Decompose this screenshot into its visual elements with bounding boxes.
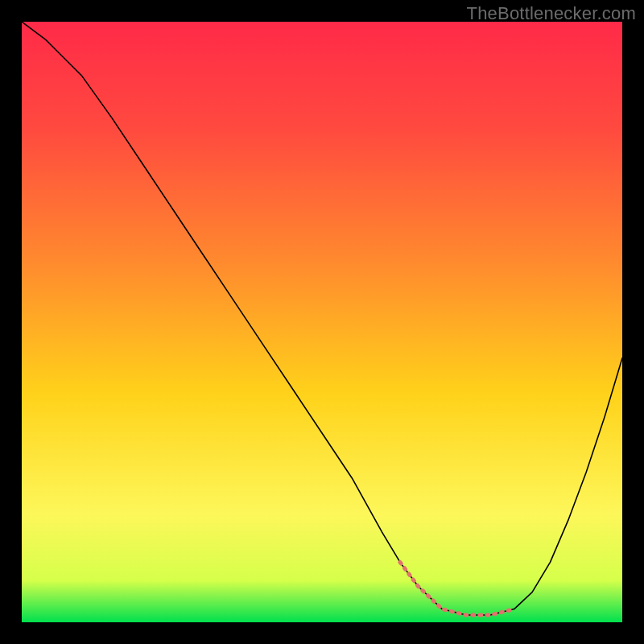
gradient-background: [22, 22, 622, 622]
bottleneck-chart: [22, 22, 622, 622]
chart-frame: [22, 22, 622, 622]
watermark-text: TheBottlenecker.com: [467, 3, 636, 24]
